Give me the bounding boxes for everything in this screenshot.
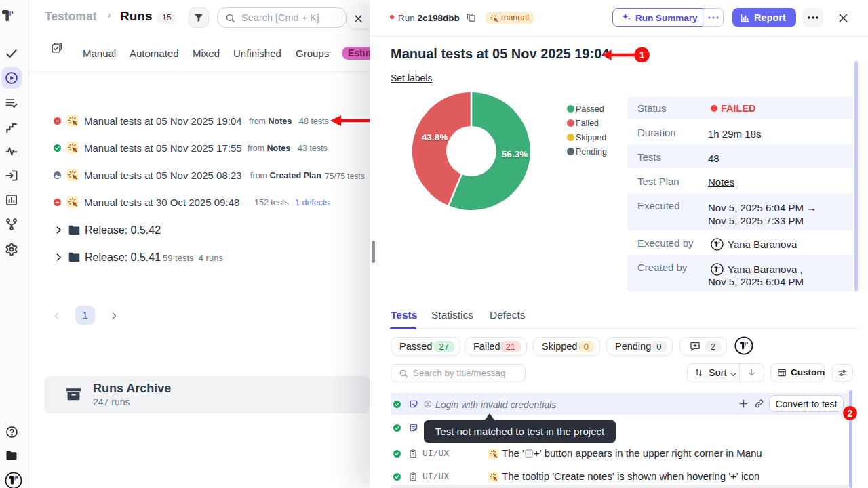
svg-text:1: 1 <box>639 49 644 60</box>
svg-text:2: 2 <box>848 408 853 419</box>
svg-text:43.8%: 43.8% <box>422 132 448 142</box>
svg-text:56.3%: 56.3% <box>502 149 528 159</box>
